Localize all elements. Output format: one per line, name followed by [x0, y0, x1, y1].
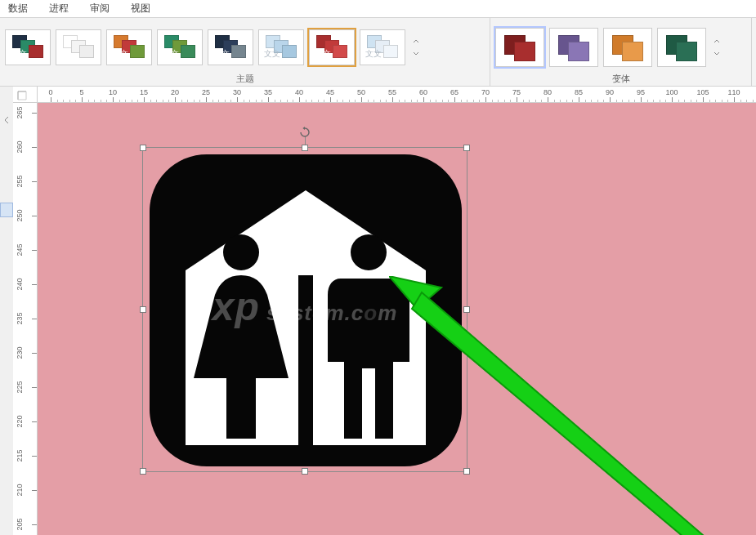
selected-object-frame[interactable]: xp xp system.comsystem.com: [142, 147, 467, 472]
svg-point-2: [351, 234, 387, 270]
ruler-v-tick: 205: [16, 518, 24, 530]
ruler-horizontal[interactable]: 0510152025303540455055606570758085909510…: [38, 87, 756, 103]
theme-thumb-6[interactable]: 文文: [309, 29, 355, 65]
theme-thumb-4[interactable]: 文文: [208, 29, 253, 65]
ruler-h-tick: 95: [637, 88, 645, 96]
ruler-h-tick: 25: [202, 88, 210, 96]
ruler-v-tick: 250: [16, 209, 24, 221]
ribbon: 文文文文文文文文文文文文文文 主题 变体: [0, 18, 756, 87]
ribbon-group-variants: 变体: [490, 18, 752, 86]
theme-thumb-0[interactable]: 文文: [5, 29, 51, 65]
ruler-h-tick: 60: [419, 88, 427, 96]
ruler-h-tick: 65: [450, 88, 459, 96]
ruler-v-tick: 215: [16, 449, 24, 461]
ruler-v-tick: 245: [16, 243, 24, 256]
variants-group-label: 变体: [495, 73, 746, 84]
ruler-h-tick: 0: [48, 88, 52, 96]
ruler-h-tick: 15: [140, 88, 148, 96]
resize-handle-sw[interactable]: [140, 468, 146, 475]
ruler-h-tick: 90: [606, 88, 614, 96]
variant-thumb-1[interactable]: [549, 28, 598, 67]
ruler-h-tick: 30: [233, 88, 241, 96]
slide-panel-strip[interactable]: [0, 87, 13, 535]
rotate-handle[interactable]: [299, 127, 311, 138]
ruler-h-tick: 45: [326, 88, 334, 96]
theme-thumb-1[interactable]: [56, 29, 101, 65]
theme-thumb-5[interactable]: 文文: [258, 29, 304, 65]
variants-expand-button[interactable]: [713, 21, 722, 73]
ruler-h-tick: 35: [264, 88, 272, 96]
ruler-h-tick: 20: [171, 88, 179, 96]
ruler-v-tick: 235: [16, 312, 24, 324]
restroom-sign-icon: [150, 154, 462, 466]
svg-point-1: [223, 234, 259, 270]
ruler-h-tick: 50: [357, 88, 365, 96]
ruler-v-tick: 220: [16, 415, 24, 427]
ruler-v-tick: 225: [16, 381, 24, 393]
collapse-caret-icon[interactable]: [2, 116, 11, 124]
resize-handle-ne[interactable]: [463, 145, 470, 151]
menu-item-process[interactable]: 进程: [49, 2, 69, 16]
ruler-v-tick: 240: [16, 278, 24, 290]
ruler-v-tick: 210: [16, 484, 24, 496]
ruler-origin-icon: [16, 90, 28, 101]
theme-thumb-7[interactable]: 文文: [360, 29, 405, 65]
resize-handle-w[interactable]: [140, 306, 146, 313]
variant-thumb-3[interactable]: [657, 28, 706, 67]
menu-item-data[interactable]: 数据: [8, 2, 28, 16]
ruler-h-tick: 105: [696, 88, 709, 96]
ruler-h-tick: 75: [512, 88, 521, 96]
variant-thumb-0[interactable]: [495, 28, 544, 67]
ruler-corner[interactable]: [13, 87, 38, 103]
menu-item-view[interactable]: 视图: [131, 2, 150, 16]
ruler-h-tick: 40: [295, 88, 303, 96]
themes-expand-button[interactable]: [412, 21, 422, 73]
slide-thumb-selected[interactable]: [0, 203, 13, 217]
resize-handle-s[interactable]: [302, 468, 308, 475]
menu-item-review[interactable]: 审阅: [90, 2, 110, 16]
ruler-v-tick: 260: [16, 140, 24, 153]
ruler-h-tick: 70: [481, 88, 490, 96]
resize-handle-se[interactable]: [463, 468, 470, 475]
menu-bar: 数据 进程 审阅 视图: [0, 0, 756, 18]
resize-handle-n[interactable]: [302, 145, 308, 151]
editor-area: 0510152025303540455055606570758085909510…: [13, 87, 756, 535]
ruler-h-tick: 110: [727, 88, 740, 96]
ruler-h-tick: 10: [109, 88, 117, 96]
resize-handle-e[interactable]: [463, 306, 470, 313]
resize-handle-nw[interactable]: [140, 145, 146, 151]
ruler-h-tick: 5: [79, 88, 83, 96]
rotate-icon: [299, 127, 311, 138]
ruler-vertical[interactable]: 265260255250245240235230225220215210205: [13, 103, 38, 535]
ruler-h-tick: 55: [388, 88, 396, 96]
themes-group-label: 主题: [5, 73, 485, 84]
variants-gallery: [495, 21, 746, 73]
ribbon-group-themes: 文文文文文文文文文文文文文文 主题: [0, 18, 490, 86]
slide-canvas[interactable]: xp xp system.comsystem.com: [38, 103, 756, 535]
variant-thumb-2[interactable]: [603, 28, 652, 67]
ruler-h-tick: 100: [665, 88, 678, 96]
theme-thumb-3[interactable]: 文文: [157, 29, 203, 65]
ruler-h-tick: 85: [575, 88, 583, 96]
themes-gallery: 文文文文文文文文文文文文文文: [5, 21, 485, 73]
ruler-v-tick: 255: [16, 175, 24, 187]
workspace: 0510152025303540455055606570758085909510…: [0, 87, 756, 535]
ruler-v-tick: 230: [16, 346, 24, 359]
ruler-h-tick: 80: [544, 88, 552, 96]
ruler-v-tick: 265: [16, 106, 24, 118]
theme-thumb-2[interactable]: 文文: [106, 29, 152, 65]
